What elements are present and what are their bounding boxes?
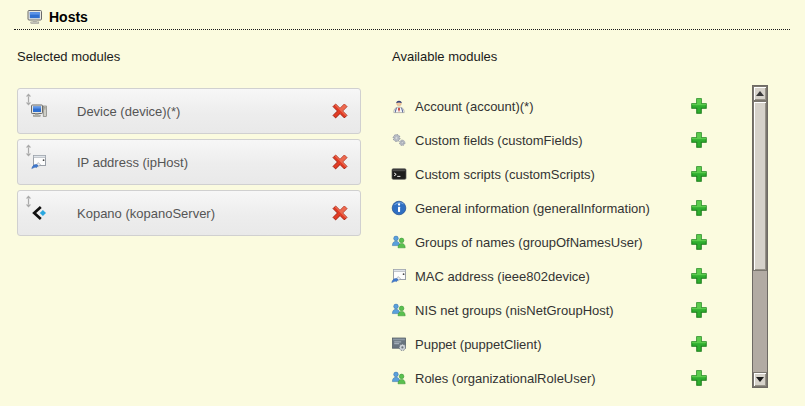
add-plus-icon bbox=[690, 267, 708, 285]
add-plus-icon bbox=[690, 301, 708, 319]
hosts-monitor-icon bbox=[27, 9, 43, 25]
remove-module-button[interactable] bbox=[331, 204, 349, 222]
kopano-icon bbox=[31, 205, 47, 221]
account-icon bbox=[391, 98, 407, 114]
device-icon bbox=[31, 103, 47, 119]
add-module-button[interactable] bbox=[690, 131, 708, 149]
add-module-button[interactable] bbox=[690, 165, 708, 183]
add-plus-icon bbox=[690, 97, 708, 115]
custom-fields-gears-icon bbox=[391, 132, 407, 148]
add-plus-icon bbox=[690, 131, 708, 149]
available-modules-scrollbar[interactable] bbox=[752, 85, 768, 388]
available-module-row: MAC address (ieee802device) bbox=[391, 259, 708, 293]
available-module-label: Account (account)(*) bbox=[415, 99, 690, 114]
scroll-track[interactable] bbox=[753, 101, 767, 372]
available-module-label: Custom scripts (customScripts) bbox=[415, 167, 690, 182]
add-module-button[interactable] bbox=[690, 233, 708, 251]
add-plus-icon bbox=[690, 233, 708, 251]
add-module-button[interactable] bbox=[690, 335, 708, 353]
add-plus-icon bbox=[690, 165, 708, 183]
available-module-row: Account (account)(*) bbox=[391, 89, 708, 123]
selected-module-label: IP address (ipHost) bbox=[77, 155, 188, 170]
add-plus-icon bbox=[690, 369, 708, 387]
selected-module-row[interactable]: Kopano (kopanoServer) bbox=[17, 190, 361, 236]
available-module-row: General information (generalInformation) bbox=[391, 191, 708, 225]
custom-scripts-terminal-icon bbox=[391, 166, 407, 182]
available-modules-label: Available modules bbox=[392, 49, 497, 64]
add-plus-icon bbox=[690, 199, 708, 217]
available-module-row: Puppet (puppetClient) bbox=[391, 327, 708, 361]
selected-module-label: Device (device)(*) bbox=[77, 104, 180, 119]
add-plus-icon bbox=[690, 335, 708, 353]
available-module-row: NIS net groups (nisNetGroupHost) bbox=[391, 293, 708, 327]
page-title: Hosts bbox=[49, 9, 88, 25]
arrow-down-icon bbox=[756, 377, 764, 382]
remove-module-button[interactable] bbox=[331, 102, 349, 120]
page-header: Hosts bbox=[14, 5, 790, 30]
ip-address-icon bbox=[31, 154, 47, 170]
general-information-info-icon bbox=[391, 200, 407, 216]
available-module-row: Groups of names (groupOfNamesUser) bbox=[391, 225, 708, 259]
remove-x-icon bbox=[331, 153, 349, 171]
selected-module-row[interactable]: Device (device)(*) bbox=[17, 88, 361, 134]
selected-modules-label: Selected modules bbox=[17, 49, 120, 64]
remove-module-button[interactable] bbox=[331, 153, 349, 171]
scroll-thumb[interactable] bbox=[753, 101, 767, 271]
mac-address-icon bbox=[391, 268, 407, 284]
group-of-people-icon bbox=[391, 302, 407, 318]
add-module-button[interactable] bbox=[690, 199, 708, 217]
available-module-label: General information (generalInformation) bbox=[415, 201, 690, 216]
add-module-button[interactable] bbox=[690, 267, 708, 285]
add-module-button[interactable] bbox=[690, 97, 708, 115]
available-module-label: Roles (organizationalRoleUser) bbox=[415, 371, 690, 386]
scroll-up-button[interactable] bbox=[753, 86, 767, 101]
available-module-label: Groups of names (groupOfNamesUser) bbox=[415, 235, 690, 250]
available-module-row: Roles (organizationalRoleUser) bbox=[391, 361, 708, 395]
available-module-label: Custom fields (customFields) bbox=[415, 133, 690, 148]
available-module-label: MAC address (ieee802device) bbox=[415, 269, 690, 284]
available-modules-list: Account (account)(*)Custom fields (custo… bbox=[391, 89, 708, 395]
selected-modules-list: Device (device)(*)IP address (ipHost)Kop… bbox=[17, 88, 361, 241]
add-module-button[interactable] bbox=[690, 369, 708, 387]
add-module-button[interactable] bbox=[690, 301, 708, 319]
remove-x-icon bbox=[331, 102, 349, 120]
available-module-label: NIS net groups (nisNetGroupHost) bbox=[415, 303, 690, 318]
group-of-people-icon bbox=[391, 234, 407, 250]
scroll-down-button[interactable] bbox=[753, 372, 767, 387]
selected-module-label: Kopano (kopanoServer) bbox=[77, 206, 215, 221]
puppet-icon bbox=[391, 336, 407, 352]
available-module-row: Custom fields (customFields) bbox=[391, 123, 708, 157]
arrow-up-icon bbox=[756, 91, 764, 96]
available-module-row: Custom scripts (customScripts) bbox=[391, 157, 708, 191]
remove-x-icon bbox=[331, 204, 349, 222]
group-of-people-icon bbox=[391, 370, 407, 386]
available-module-label: Puppet (puppetClient) bbox=[415, 337, 690, 352]
selected-module-row[interactable]: IP address (ipHost) bbox=[17, 139, 361, 185]
